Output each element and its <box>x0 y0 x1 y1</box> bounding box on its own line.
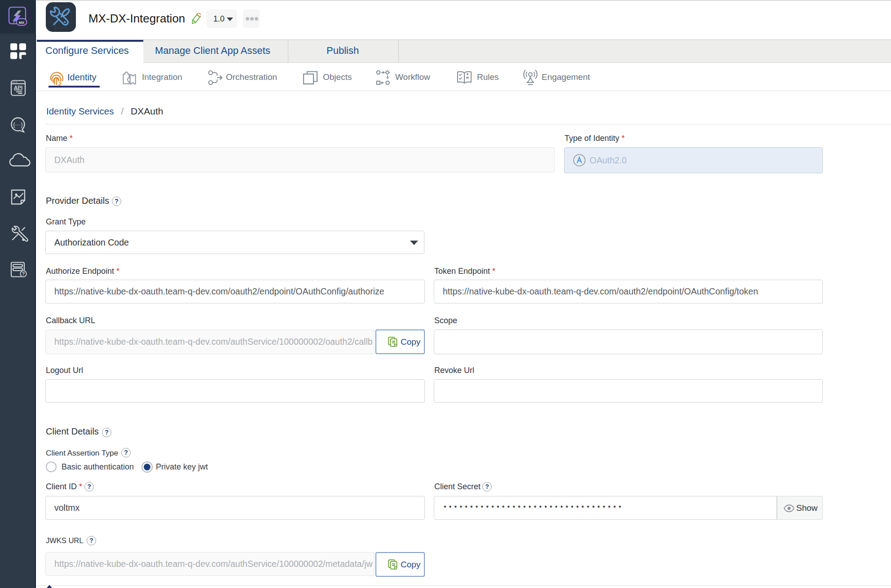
svg-text:?: ? <box>22 272 25 276</box>
svg-text:{···}: {···} <box>13 121 23 128</box>
svg-text:MX: MX <box>19 21 25 25</box>
svg-text:API: API <box>14 85 22 90</box>
